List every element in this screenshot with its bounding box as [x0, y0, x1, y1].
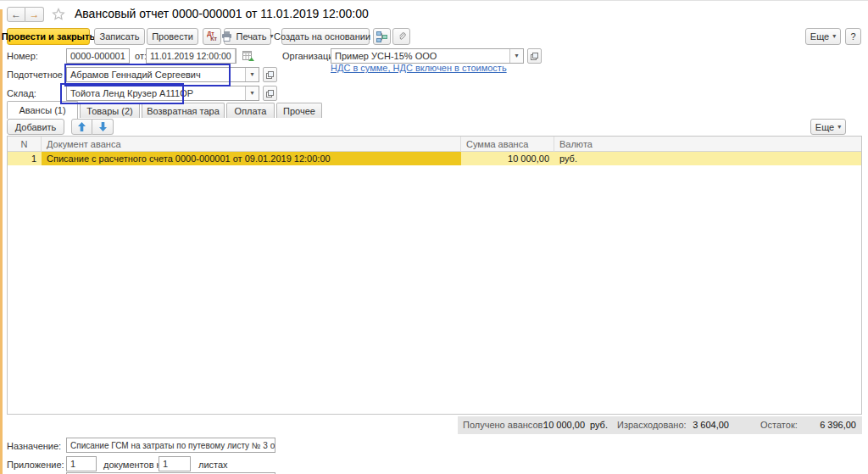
chevron-down-icon[interactable]: ▾: [245, 68, 259, 81]
page-title: Авансовый отчет 0000-000001 от 11.01.201…: [75, 7, 369, 20]
forward-button[interactable]: →: [25, 7, 44, 22]
paperclip-icon: [397, 31, 407, 42]
attachment-label: Приложение:: [7, 460, 64, 470]
chevron-down-icon[interactable]: ▾: [245, 86, 259, 100]
dtkt-icon: ДтКт: [207, 31, 217, 42]
open-form-icon: [266, 71, 274, 79]
tab-other[interactable]: Прочее: [276, 103, 322, 118]
received-value: 10 000,00: [543, 420, 585, 430]
documents-count-input[interactable]: 1: [66, 456, 97, 471]
column-header-n[interactable]: N: [8, 137, 42, 152]
chevron-down-icon: ▾: [837, 124, 841, 131]
balance-label: Остаток:: [760, 420, 798, 430]
number-label: Номер:: [7, 51, 38, 61]
create-based-on-button[interactable]: Создать на основании▾: [281, 28, 370, 45]
chevron-down-icon: ▾: [832, 33, 836, 40]
purpose-label: Назначение:: [7, 441, 61, 451]
printer-icon: [221, 31, 232, 42]
table-row[interactable]: 1 Списание с расчетного счета 0000-00000…: [8, 152, 861, 165]
tab-payment[interactable]: Оплата: [226, 103, 275, 118]
set-current-date-icon[interactable]: [242, 50, 255, 62]
move-row-down-button[interactable]: [92, 119, 114, 135]
tab-returnable-packaging[interactable]: Возвратная тара: [142, 103, 225, 118]
related-documents-button[interactable]: [373, 28, 391, 45]
print-button[interactable]: Печать▾: [224, 28, 271, 45]
help-button[interactable]: ?: [845, 28, 861, 45]
received-label: Получено авансов:: [463, 420, 545, 430]
sheets-count-input[interactable]: 1: [159, 456, 191, 471]
post-and-close-button[interactable]: Провести и закрыть: [7, 28, 90, 45]
tab-advances[interactable]: Авансы (1): [7, 101, 78, 119]
totals-bar: Получено авансов: 10 000,00 руб. Израсхо…: [458, 416, 862, 434]
organization-open-button[interactable]: [527, 48, 542, 64]
save-button[interactable]: Записать: [94, 28, 145, 45]
table-header: N Документ аванса Сумма аванса Валюта: [8, 137, 861, 152]
column-header-amount[interactable]: Сумма аванса: [461, 137, 554, 152]
warehouse-open-button[interactable]: [263, 86, 277, 101]
nav-history-group: ← →: [7, 7, 44, 22]
cell-currency[interactable]: руб.: [554, 152, 861, 165]
sheets-label: листах: [198, 460, 228, 470]
modified-indicator-strip: [0, 9, 3, 474]
warehouse-combobox[interactable]: Тойота Ленд Крузер А111ОР ▾: [66, 86, 259, 101]
add-row-button[interactable]: Добавить: [7, 119, 64, 135]
move-row-up-button[interactable]: [71, 119, 92, 135]
vat-settings-link[interactable]: НДС в сумме, НДС включен в стоимость: [331, 63, 507, 73]
tab-goods[interactable]: Товары (2): [80, 103, 140, 118]
number-input[interactable]: 0000-000001: [66, 48, 130, 64]
arrow-up-icon: [78, 122, 86, 131]
person-combobox[interactable]: Абрамов Геннадий Сергеевич ▾: [66, 67, 259, 82]
column-header-currency[interactable]: Валюта: [554, 137, 861, 152]
open-form-icon: [266, 90, 274, 98]
move-row-group: [71, 119, 114, 135]
warehouse-label: Склад:: [7, 88, 36, 98]
cell-advance-amount[interactable]: 10 000,00: [461, 152, 554, 165]
balance-value: 6 396,00: [820, 420, 856, 430]
spent-label: Израсходовано:: [617, 420, 687, 430]
structure-icon: [376, 31, 387, 42]
cell-advance-document[interactable]: Списание с расчетного счета 0000-000001 …: [42, 152, 461, 165]
person-open-button[interactable]: [263, 67, 277, 82]
debit-credit-button[interactable]: ДтКт: [203, 28, 221, 45]
column-header-document[interactable]: Документ аванса: [42, 137, 461, 152]
cell-row-number[interactable]: 1: [8, 152, 42, 165]
received-currency: руб.: [590, 420, 608, 430]
arrow-down-icon: [99, 122, 107, 131]
spent-value: 3 604,00: [693, 420, 729, 430]
chevron-down-icon[interactable]: ▾: [509, 49, 523, 63]
date-from-label: от:: [135, 51, 147, 61]
post-button[interactable]: Провести: [147, 28, 198, 45]
more-button-table[interactable]: Еще▾: [810, 119, 846, 135]
organization-combobox[interactable]: Пример УСН-15% ООО ▾: [331, 48, 524, 64]
calendar-icon[interactable]: [235, 49, 236, 63]
advances-table: N Документ аванса Сумма аванса Валюта 1 …: [7, 136, 862, 415]
purpose-input[interactable]: Списание ГСМ на затраты по путевому лист…: [66, 438, 275, 453]
advance-report-window: ← → Авансовый отчет 0000-000001 от 11.01…: [0, 0, 868, 474]
favorite-star-icon[interactable]: [52, 8, 65, 21]
documents-on-label: документов на: [103, 460, 167, 470]
chevron-down-icon: ▾: [270, 33, 274, 40]
more-button-top[interactable]: Еще▾: [805, 28, 841, 45]
back-button[interactable]: ←: [7, 7, 25, 22]
attachments-button[interactable]: [392, 28, 410, 45]
open-form-icon: [531, 53, 538, 60]
date-input[interactable]: 11.01.2019 12:00:00: [146, 48, 236, 64]
